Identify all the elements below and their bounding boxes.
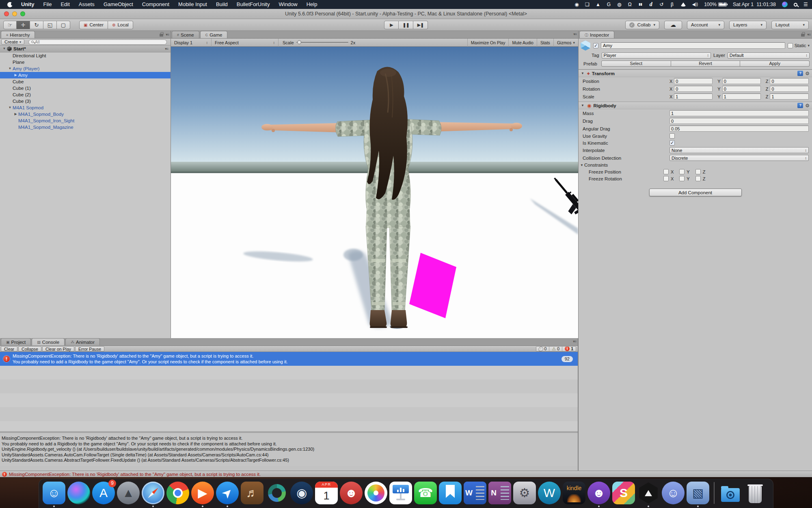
- gameobject-icon[interactable]: [580, 40, 591, 51]
- menu-bulletforunity[interactable]: BulletForUnity: [232, 0, 274, 9]
- hierarchy-item-amy-player[interactable]: ▼Amy (Player): [0, 65, 171, 72]
- rotate-tool-button[interactable]: ↻: [30, 21, 43, 29]
- dock-slack-icon[interactable]: S: [612, 481, 635, 507]
- gear-icon[interactable]: ⚙: [805, 103, 810, 109]
- console-clear-on-play-button[interactable]: Clear on Play: [42, 346, 74, 352]
- create-button[interactable]: Create ▾: [1, 39, 24, 45]
- static-toggle[interactable]: Static ▾: [788, 43, 810, 48]
- angular-drag-field[interactable]: 0.05: [669, 126, 809, 132]
- duet-icon[interactable]: ▮▮: [638, 0, 643, 9]
- foldout-icon[interactable]: ▼: [580, 163, 584, 167]
- music-record-icon[interactable]: ◉: [574, 0, 579, 9]
- game-button-stats[interactable]: Stats: [537, 39, 553, 47]
- dock-onenote-icon[interactable]: N: [488, 481, 512, 507]
- warning-count[interactable]: ⚠ 0: [549, 347, 562, 351]
- foldout-icon[interactable]: ▼: [581, 104, 585, 107]
- position-y-field[interactable]: 0: [722, 78, 761, 84]
- menu-clock[interactable]: Sat Apr 1 11:01:38: [733, 2, 776, 7]
- dock-app-store-icon[interactable]: A9: [92, 481, 115, 507]
- game-button-gizmos[interactable]: Gizmos▾: [553, 39, 578, 47]
- space-toggle-button[interactable]: ⊕ Local: [108, 21, 133, 29]
- play-button[interactable]: ▶: [384, 21, 399, 29]
- dock-system-preferences-icon[interactable]: ⚙: [513, 481, 536, 507]
- g-hub-icon[interactable]: G: [607, 0, 611, 9]
- notification-center-icon[interactable]: ☰: [803, 0, 808, 9]
- drag-field[interactable]: 0: [669, 118, 809, 124]
- hierarchy-item-start[interactable]: ▼Start*▾≡: [0, 46, 171, 52]
- dock-navigation-icon[interactable]: ➤: [216, 481, 239, 507]
- dock-keynote-icon[interactable]: [389, 481, 412, 507]
- freeze-rotation-y-checkbox[interactable]: [679, 176, 685, 181]
- fingerprint-icon[interactable]: ◍: [617, 0, 622, 9]
- bell-icon[interactable]: Ω: [628, 0, 632, 9]
- error-count[interactable]: ! 1: [562, 347, 576, 351]
- display-dropdown[interactable]: Display 1 ↕: [171, 39, 212, 47]
- mass-field[interactable]: 1: [669, 110, 809, 116]
- dock-chrome-icon[interactable]: [166, 481, 190, 507]
- siri-icon[interactable]: [782, 2, 788, 7]
- dock-wordpress-icon[interactable]: W: [538, 481, 561, 507]
- pause-button[interactable]: ❚❚: [399, 21, 413, 29]
- console-detail-pane[interactable]: MissingComponentException: There is no '…: [0, 433, 578, 466]
- step-button[interactable]: ▶❚: [413, 21, 428, 29]
- hierarchy-item-m4a1-sopmod-body[interactable]: ▶M4A1_Sopmod_Body: [0, 111, 171, 117]
- scale-z-field[interactable]: 1: [770, 93, 809, 100]
- position-z-field[interactable]: 0: [770, 78, 809, 84]
- dock-launchpad-icon[interactable]: ▲: [117, 481, 140, 507]
- tab-inspector[interactable]: ⓘ Inspector: [579, 31, 614, 38]
- console-error-pause-button[interactable]: Error Pause: [75, 346, 104, 352]
- hierarchy-search-input[interactable]: All: [28, 39, 167, 45]
- aspect-dropdown[interactable]: Free Aspect ↕: [212, 39, 279, 47]
- scale-slider[interactable]: [296, 42, 348, 43]
- gear-icon[interactable]: ⚙: [805, 71, 810, 76]
- tab-scene[interactable]: # Scene: [172, 31, 199, 38]
- rotation-y-field[interactable]: 0: [722, 86, 761, 92]
- scale-y-field[interactable]: 1: [722, 93, 761, 100]
- menu-unity[interactable]: Unity: [17, 0, 39, 9]
- prefab-revert-button[interactable]: Revert: [671, 61, 741, 67]
- hand-tool-button[interactable]: ☞: [3, 21, 17, 29]
- scale-x-field[interactable]: 1: [674, 93, 713, 100]
- layer-dropdown[interactable]: Default ↕: [728, 52, 810, 59]
- panel-menu-icon[interactable]: ▾≡: [573, 339, 576, 343]
- foldout-icon[interactable]: ▶: [13, 72, 18, 78]
- hierarchy-item-directional-light[interactable]: Directional Light: [0, 52, 171, 59]
- help-icon[interactable]: ?: [797, 103, 803, 108]
- foldout-icon[interactable]: ▼: [7, 65, 13, 72]
- tab-animator[interactable]: ⁂Animator: [65, 338, 100, 345]
- battery-indicator[interactable]: 100% ϟ: [704, 2, 727, 7]
- dock-discord-icon[interactable]: ☺: [661, 481, 685, 507]
- rigidbody-component-header[interactable]: ▼ ◉ Rigidbody ? ⚙: [579, 102, 812, 109]
- info-count[interactable]: ! 0: [536, 347, 549, 351]
- hierarchy-item-m4a1-sopmod[interactable]: ▼M4A1 Sopmod: [0, 104, 171, 111]
- tab-game[interactable]: C Game: [200, 31, 228, 38]
- layers-dropdown[interactable]: Layers ▾: [729, 21, 767, 29]
- hierarchy-item-cube-2[interactable]: Cube (2): [0, 91, 171, 98]
- transform-component-header[interactable]: ▼ ⌖ Transform ? ⚙: [579, 69, 812, 77]
- hierarchy-item-m4a1-sopmod-iron-sight[interactable]: M4A1_Sopmod_Iron_Sight: [0, 117, 171, 124]
- apple-menu-icon[interactable]: [7, 2, 13, 7]
- lock-icon[interactable]: [160, 34, 163, 37]
- console-clear-button[interactable]: Clear: [1, 346, 17, 352]
- dock-kindle-icon[interactable]: kindle: [562, 481, 586, 507]
- foldout-icon[interactable]: ▼: [7, 104, 13, 111]
- zoom-window-button[interactable]: [20, 11, 25, 16]
- freeze-position-z-checkbox[interactable]: [695, 169, 701, 174]
- bluetooth-icon[interactable]: β: [670, 0, 674, 9]
- freeze-rotation-x-checkbox[interactable]: [663, 176, 669, 181]
- day-one-icon[interactable]: d: [649, 0, 653, 9]
- dock-word-icon[interactable]: W: [463, 481, 487, 507]
- use-gravity-checkbox[interactable]: [669, 133, 675, 139]
- freeze-position-y-checkbox[interactable]: [679, 169, 685, 174]
- dock-downloads-folder-icon[interactable]: [719, 481, 742, 507]
- tab-console[interactable]: ▤Console: [32, 338, 65, 345]
- close-window-button[interactable]: [4, 11, 9, 16]
- dock-siri-icon[interactable]: [67, 481, 91, 507]
- chevron-down-icon[interactable]: ▾: [808, 43, 810, 48]
- wifi-icon[interactable]: [680, 2, 686, 7]
- lock-icon[interactable]: [801, 34, 805, 37]
- rect-tool-button[interactable]: ▢: [57, 21, 70, 29]
- game-button-maximize-on-play[interactable]: Maximize On Play: [467, 39, 509, 47]
- constraints-row[interactable]: ▼Constraints: [579, 162, 812, 168]
- prefab-select-button[interactable]: Select: [601, 61, 671, 67]
